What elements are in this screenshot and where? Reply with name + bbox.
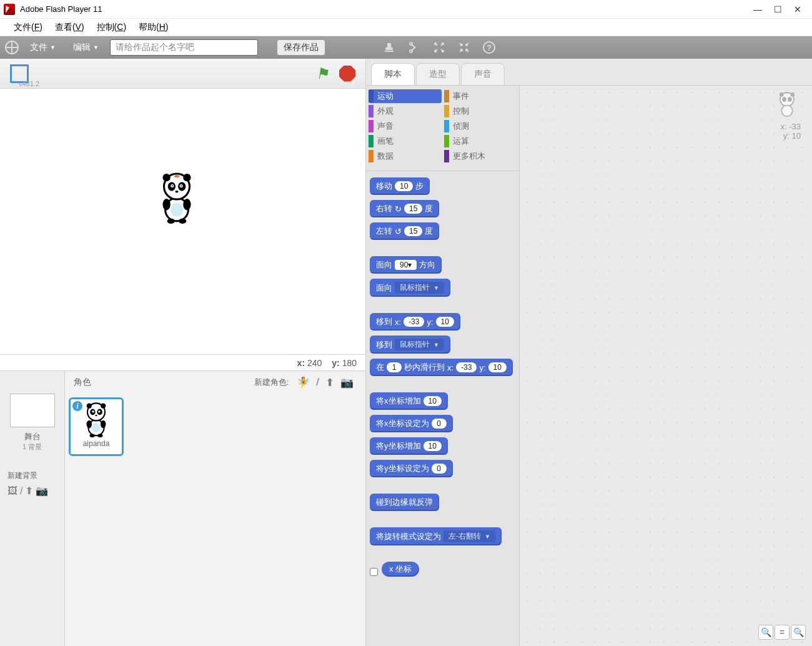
- sprite-name: aipanda: [83, 439, 110, 448]
- backdrop-paint-icon[interactable]: /: [20, 485, 22, 497]
- svg-point-24: [101, 420, 106, 429]
- zoom-out-button[interactable]: 🔍: [758, 625, 773, 640]
- sprites-title: 角色: [74, 377, 254, 388]
- svg-point-19: [175, 191, 178, 192]
- svg-point-37: [791, 92, 795, 97]
- save-project-button[interactable]: 保存作品: [277, 39, 325, 56]
- block-glide[interactable]: 在1秒内滑行到x:-33y:10: [370, 359, 513, 376]
- cat-events[interactable]: 事件: [444, 89, 517, 103]
- scissors-icon[interactable]: [408, 41, 420, 54]
- block-palette[interactable]: 移动10步 右转↻15度 左转↺15度 面向90▾方向 面向鼠标指针▼ 移到x:…: [366, 171, 519, 646]
- svg-point-25: [90, 434, 95, 437]
- editor-toolbar: 文件▼ 编辑▼ 请给作品起个名字吧 保存作品 ?: [0, 36, 812, 59]
- menu-file[interactable]: 文件(F): [14, 22, 42, 33]
- block-set-x[interactable]: 将x坐标设定为0: [370, 415, 453, 432]
- sprite-thumbnail: [77, 402, 115, 438]
- shrink-icon[interactable]: [458, 41, 470, 54]
- cat-pen[interactable]: 画笔: [369, 134, 442, 148]
- flash-logo-icon: [4, 4, 15, 15]
- block-goto-target[interactable]: 移到鼠标指针▼: [370, 335, 450, 354]
- svg-point-20: [174, 175, 179, 177]
- sprite-paint-icon[interactable]: /: [316, 376, 319, 389]
- svg-point-12: [183, 174, 191, 181]
- window-title: Adobe Flash Player 11: [20, 4, 753, 14]
- tab-sounds[interactable]: 声音: [461, 63, 505, 85]
- block-xpos-reporter[interactable]: x 坐标: [382, 562, 419, 577]
- svg-point-29: [101, 403, 106, 408]
- close-button[interactable]: ✕: [793, 5, 802, 14]
- cat-sound[interactable]: 声音: [369, 119, 442, 133]
- stage-backdrop-count: 1 背景: [22, 442, 42, 452]
- sprite-info-icon[interactable]: i: [72, 401, 82, 411]
- cat-sensing[interactable]: 侦测: [444, 119, 517, 133]
- backdrop-upload-icon[interactable]: ⬆: [25, 485, 33, 497]
- svg-point-5: [171, 202, 184, 217]
- zoom-reset-button[interactable]: =: [775, 625, 790, 640]
- language-icon[interactable]: [5, 41, 19, 54]
- cat-operators[interactable]: 运算: [444, 134, 517, 148]
- block-categories: 运动 事件 外观 控制 声音 侦测 画笔 运算 数据 更多积木: [366, 86, 519, 171]
- stop-icon[interactable]: [339, 66, 355, 82]
- new-backdrop-label: 新建背景: [7, 470, 37, 481]
- tab-costumes[interactable]: 造型: [416, 63, 460, 85]
- backdrop-library-icon[interactable]: 🖼: [7, 485, 17, 497]
- window-titlebar: Adobe Flash Player 11 — ☐ ✕: [0, 0, 812, 19]
- stage-label: 舞台: [24, 431, 41, 442]
- new-sprite-label: 新建角色:: [254, 377, 289, 388]
- svg-point-17: [172, 186, 173, 187]
- svg-point-40: [781, 105, 793, 116]
- native-menu: 文件(F) 查看(V) 控制(C) 帮助(H): [0, 19, 812, 36]
- tab-scripts[interactable]: 脚本: [371, 63, 415, 85]
- menu-help[interactable]: 帮助(H): [139, 22, 168, 33]
- sprite-card[interactable]: i: [69, 397, 124, 456]
- block-turn-left[interactable]: 左转↺15度: [370, 222, 439, 240]
- block-point-towards[interactable]: 面向鼠标指针▼: [370, 279, 450, 297]
- block-move[interactable]: 移动10步: [370, 177, 430, 195]
- block-set-y[interactable]: 将y坐标设定为0: [370, 460, 453, 477]
- svg-point-23: [87, 420, 92, 429]
- svg-point-34: [95, 415, 97, 416]
- menu-control[interactable]: 控制(C): [97, 22, 126, 33]
- block-turn-right[interactable]: 右转↻15度: [370, 200, 439, 217]
- cat-motion[interactable]: 运动: [369, 89, 442, 103]
- block-rotation-style[interactable]: 将旋转模式设定为左-右翻转▼: [370, 527, 502, 545]
- sprite-upload-icon[interactable]: ⬆: [325, 376, 334, 389]
- block-bounce[interactable]: 碰到边缘就反弹: [370, 494, 439, 511]
- svg-point-38: [782, 97, 786, 102]
- svg-point-18: [181, 186, 182, 187]
- svg-point-9: [179, 219, 186, 224]
- maximize-button[interactable]: ☐: [773, 5, 782, 14]
- block-change-y[interactable]: 将y坐标增加10: [370, 437, 448, 455]
- zoom-in-button[interactable]: 🔍: [791, 625, 806, 640]
- grow-icon[interactable]: [433, 41, 445, 54]
- menu-view[interactable]: 查看(V): [55, 22, 84, 33]
- cat-more[interactable]: 更多积木: [444, 149, 517, 163]
- reporter-checkbox[interactable]: [370, 568, 378, 576]
- stage-canvas[interactable]: [0, 89, 365, 355]
- backdrop-camera-icon[interactable]: 📷: [36, 485, 48, 497]
- cat-looks[interactable]: 外观: [369, 104, 442, 118]
- svg-point-22: [92, 423, 101, 432]
- svg-point-7: [183, 199, 191, 210]
- block-point-direction[interactable]: 面向90▾方向: [370, 256, 442, 274]
- minimize-button[interactable]: —: [753, 5, 762, 14]
- project-name-input[interactable]: 请给作品起个名字吧: [110, 39, 258, 56]
- svg-text:?: ?: [487, 43, 492, 52]
- green-flag-icon[interactable]: ⚑: [315, 65, 332, 82]
- script-workspace[interactable]: x: -33 y: 10 🔍 = 🔍: [520, 86, 812, 646]
- help-icon[interactable]: ?: [483, 41, 495, 54]
- block-goto-xy[interactable]: 移到x:-33y:10: [370, 313, 460, 330]
- block-change-x[interactable]: 将x坐标增加10: [370, 392, 448, 410]
- cat-data[interactable]: 数据: [369, 149, 442, 163]
- editor-tabs: 脚本 造型 声音: [366, 59, 812, 85]
- stamp-icon[interactable]: [383, 41, 395, 54]
- toolbar-edit-menu[interactable]: 编辑▼: [67, 41, 105, 54]
- stage-thumbnail[interactable]: [10, 394, 55, 427]
- cat-control[interactable]: 控制: [444, 104, 517, 118]
- sprite-on-stage[interactable]: [157, 172, 196, 224]
- sprite-camera-icon[interactable]: 📷: [340, 376, 354, 389]
- toolbar-file-menu[interactable]: 文件▼: [24, 41, 62, 54]
- svg-point-8: [167, 219, 175, 224]
- svg-point-33: [98, 410, 101, 413]
- sprite-library-icon[interactable]: 🧚: [297, 376, 310, 389]
